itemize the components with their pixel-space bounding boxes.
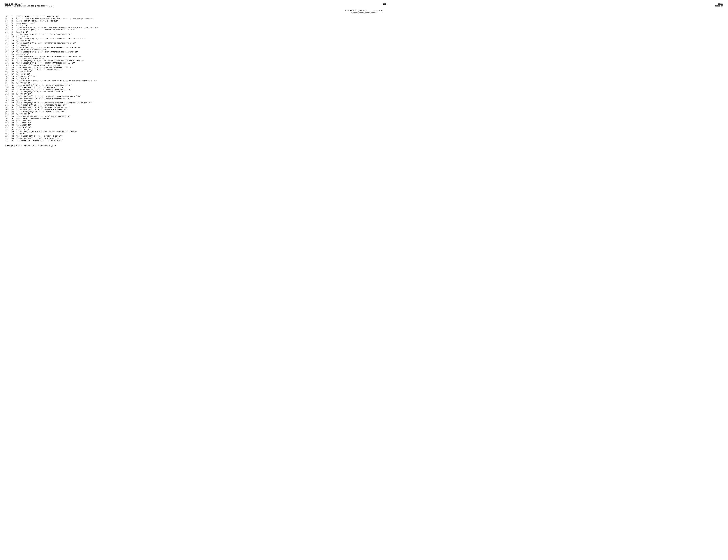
row-index2: 44 bbox=[11, 111, 16, 113]
table-row: 19130Т1517-01-1016 А7(=14)' 1' 30' ЩИТ Ш… bbox=[5, 80, 723, 82]
row-index2: 41 bbox=[11, 104, 16, 106]
row-index2: 17 bbox=[11, 51, 16, 53]
doc-title-line2: ПРОГРАММНЫЙ КОМПЛЕКС АВС-ЗЕС ( РЕДАКЦИЯ … bbox=[5, 5, 54, 7]
row-index1: 175 bbox=[5, 44, 11, 46]
row-index2: 10 bbox=[11, 35, 16, 38]
table-row: 21352С152-178' 52* bbox=[5, 128, 723, 131]
row-content: С151-2328' 22* bbox=[16, 124, 723, 126]
row-index1: 197 bbox=[5, 93, 11, 95]
row-index2: 18 bbox=[11, 53, 16, 55]
row-index1: 176 bbox=[5, 46, 11, 49]
row-content: к Авещина Л.В ' Бирняс Н.В ' ' Сокирко Г… bbox=[16, 139, 723, 142]
row-index1: 168 bbox=[5, 29, 11, 31]
table-row: 21756Т2405-1358(=22)' 1' 7,80' ТО ЖЕ КС-… bbox=[5, 137, 723, 139]
row-index1: 206 bbox=[5, 113, 11, 115]
table-row: 20544Т1515-31018(=14)' 15' 1,40' ЛАМПА Ц… bbox=[5, 111, 723, 113]
row-content: Т1517-1444(=14)' 2' 1,25' УСТАНОВКА КНОП… bbox=[16, 60, 723, 62]
table-row: 18524Т1507-5051(=14)' 2' 0,38' АРМАТУРА … bbox=[5, 66, 723, 69]
row-index2: 4 bbox=[11, 22, 16, 24]
row-index1: 165 bbox=[5, 22, 11, 24]
header-page-number: - I26 - bbox=[54, 3, 715, 5]
table-row: 17615Т1704-5-1219(=14)' 2' 48' ДАТЧИК-РЕ… bbox=[5, 46, 723, 49]
row-index1: 185 bbox=[5, 66, 11, 69]
table-row: 21150С151-2328' 22* bbox=[5, 124, 723, 126]
row-index1: 164 bbox=[5, 20, 11, 22]
table-row: 19736Ц8-574-47' 14* bbox=[5, 93, 723, 95]
row-content: Т1517-1443(=14)' 2' 1,25' УСТАНОВКА УП53… bbox=[16, 86, 723, 89]
row-index2: 14 bbox=[11, 44, 16, 46]
table-row: 17716Ц8-529-3' 1' ' * ПКЕ=212=2У3* bbox=[5, 49, 723, 51]
doc-code2: 25159-07 bbox=[715, 5, 723, 7]
table-row: 18625Т1517-1481(=14)' 2' 0,75' УСТАНОВКА… bbox=[5, 69, 723, 71]
row-index1: 170 bbox=[5, 33, 11, 35]
table-row: 1665Ц11-1-1' 4* bbox=[5, 24, 723, 27]
data-table: 1621Э92111' Н981' ' ' 1,1' ' ' ' 5649,60… bbox=[5, 15, 723, 142]
row-index2: 1 bbox=[11, 15, 16, 18]
row-index2: 52 bbox=[11, 128, 16, 131]
row-index2: 46 bbox=[11, 115, 16, 117]
row-index2: 12 bbox=[11, 40, 16, 42]
row-content: Т1504-18011(=14)' 14' 0,8' КНОПКА УПРАВЛ… bbox=[16, 97, 723, 100]
row-index2: 37 bbox=[11, 95, 16, 97]
doc-number-line1: 211-1-534.92 АА.7 bbox=[5, 3, 54, 5]
row-content: Н25=7,3* bbox=[16, 133, 723, 135]
row-index1: 179 bbox=[5, 53, 11, 55]
row-index2: 8 bbox=[11, 31, 16, 33]
row-index1: 200 bbox=[5, 100, 11, 102]
table-row: 20746Т1602-СВ2 05-0114(#14)' 1' 8,70' ЗВ… bbox=[5, 115, 723, 117]
row-content: Т1517-1446(=14)' 14' 1,25' УСТАНОВКА КНО… bbox=[16, 95, 723, 97]
row-index2: 45 bbox=[11, 113, 16, 115]
row-index2: 42 bbox=[11, 106, 16, 108]
table-row: 17514Ц11-406-5' 2* bbox=[5, 44, 723, 46]
row-index1: 189 bbox=[5, 75, 11, 77]
table-row: 17110Ц11-13-2' 1* bbox=[5, 35, 723, 38]
table-row: 18019Т1504-18-119(=14)' 1' 10,40' ПОСТ У… bbox=[5, 55, 723, 58]
row-content: Ц8-574-47' 14* bbox=[16, 93, 723, 95]
header-right: 92111 25159-07 bbox=[715, 3, 723, 7]
row-index1: 194 bbox=[5, 86, 11, 89]
row-index2: 26 bbox=[11, 71, 16, 73]
row-content: Т1704-51127(=14)' 1' 110' РЕГУЛЯТОР ТЕМП… bbox=[16, 42, 723, 44]
table-row: 21251С151-2329' 27* bbox=[5, 126, 723, 128]
table-row: 18827Ц8-409-2' 50* bbox=[5, 73, 723, 75]
row-index1: 207 bbox=[5, 115, 11, 117]
row-index2: 51 bbox=[11, 126, 16, 128]
row-content: Ц8-529-1' 1* bbox=[16, 53, 723, 55]
row-content: Т1504-06-417(=14)' 2' 3,25' ПЕРЕКЛЮЧАТЕЛ… bbox=[16, 89, 723, 91]
row-content: С151-2329' 27* bbox=[16, 126, 723, 128]
row-content: Ц8-574-47' 2' ' МОНАW КЕ=011* bbox=[16, 58, 723, 60]
row-index2: 7 bbox=[11, 29, 16, 31]
table-row: 20847РМАТЕРИАЛЫ,НЕ УЧТЕННЫЕ В МОНТАЖЕ* bbox=[5, 117, 723, 120]
table-row: 1687Т1706-48 1-753(=14)' 4' 2' ОПРАВА ЗА… bbox=[5, 29, 723, 31]
table-row: 20443Т1504-3001(=14)' 18' 0,32' ДЕРЖАТЕЛ… bbox=[5, 108, 723, 111]
row-index1: 218 bbox=[5, 139, 11, 142]
table-row: 18928Ц11-581-2' 4' ' КС* bbox=[5, 75, 723, 77]
table-row: 18423Ц8-574-56' 2' ' МОНТАЖ АРМАТУРЫ СИГ… bbox=[5, 64, 723, 66]
table-row: 19433Т1517-1443(=14)' 2' 1,25' УСТАНОВКА… bbox=[5, 86, 723, 89]
row-index1: 167 bbox=[5, 27, 11, 29]
table-row: 1654РМОНТАЖНЫЕ РАБОТЫ* bbox=[5, 22, 723, 24]
row-index1: 216 bbox=[5, 135, 11, 137]
row-content: С151-1864' 16* bbox=[16, 120, 723, 122]
row-index2: 55 bbox=[11, 135, 16, 137]
table-row: 19837Т1517-1446(=14)' 14' 1,25' УСТАНОВК… bbox=[5, 95, 723, 97]
row-index2: 57 bbox=[11, 139, 16, 142]
row-index1: 202 bbox=[5, 104, 11, 106]
row-index2: 34 bbox=[11, 89, 16, 91]
row-content: Т1517-1481(=14)' 15' 0,75' УСТАНОВКА АРМ… bbox=[16, 102, 723, 104]
row-index2: 3. bbox=[11, 20, 16, 22]
row-index2: 48 bbox=[11, 120, 16, 122]
row-content: Т1504-18-119(=14)' 1' 10,40' ПОСТ УПРАВЛ… bbox=[16, 55, 723, 58]
table-row: 17918Ц8-529-1' 1* bbox=[5, 53, 723, 55]
row-content: Т2405-1848(=22)(Н25=8,9)' 500' 11,80' СК… bbox=[16, 131, 723, 133]
row-index2: 5 bbox=[11, 24, 16, 27]
row-content: Т1602-СВ2 05-0114(#14)' 1' 8,70' ЗВОНОК … bbox=[16, 115, 723, 117]
row-content: Т1515-31018(=14)' 15' 1,40' ЛАМПА Ц220-1… bbox=[16, 111, 723, 113]
row-index1: 171 bbox=[5, 35, 11, 38]
row-index1: 163 bbox=[5, 18, 11, 20]
row-index1: 177 bbox=[5, 49, 11, 51]
table-row: 1676Т1706-48 1-396(=14)' 4' 0,90' ТЕРМОМ… bbox=[5, 27, 723, 29]
row-index1: 174 bbox=[5, 42, 11, 44]
table-row: 1621Э92111' Н981' ' ' 1,1' ' ' ' 5649,60… bbox=[5, 15, 723, 18]
row-content: Ц11-1-1' 4* bbox=[16, 24, 723, 27]
